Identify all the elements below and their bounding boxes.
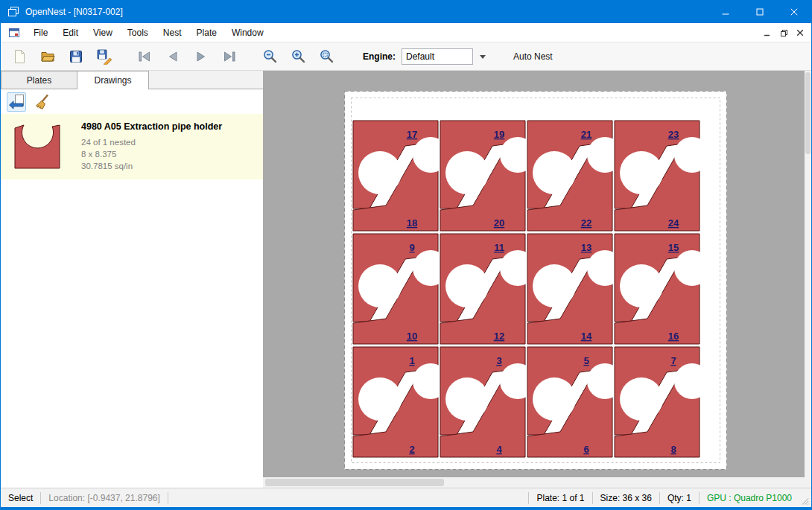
open-button[interactable] [37,45,59,68]
part-number: 14 [581,331,592,342]
zoom-window-icon [319,48,334,64]
minimize-button[interactable] [708,1,743,23]
window-title: OpenNest - [N0317-002] [25,7,123,17]
zoom-in-icon [291,48,306,64]
tab-plates[interactable]: Plates [1,71,77,89]
mdi-restore-button[interactable] [775,25,792,40]
part-number: 9 [409,242,414,253]
resize-grip[interactable] [799,488,811,508]
part-number: 4 [496,444,502,455]
tab-drawings[interactable]: Drawings [77,71,149,90]
window-controls [708,1,811,23]
drawings-list: 4980 A05 Extraction pipe holder 24 of 1 … [1,114,263,488]
menu-tools[interactable]: Tools [120,23,156,42]
chevron-down-icon[interactable] [477,51,489,63]
vertical-scrollbar-thumb[interactable] [805,72,811,154]
mdi-window-controls [759,23,808,42]
save-icon [69,49,83,64]
status-mode: Select [1,492,41,504]
zoom-in-button[interactable] [287,45,309,68]
status-size: Size: 36 x 36 [592,492,659,504]
resize-grip-icon [802,497,809,506]
part-number: 16 [668,331,679,342]
zoom-window-button[interactable] [315,45,337,68]
replace-drawing-button[interactable] [7,92,26,112]
menu-file[interactable]: File [26,23,55,42]
horizontal-scrollbar[interactable] [263,477,805,488]
clean-broom-icon [33,93,51,111]
part-cutout [533,377,576,421]
part-cutout [674,137,710,173]
nest-canvas[interactable]: 171819202122232491011121314151612345678 [263,71,811,488]
plate-sheet-svg[interactable]: 171819202122232491011121314151612345678 [344,91,727,470]
save-as-button[interactable] [93,45,115,68]
vertical-scrollbar[interactable] [805,71,811,477]
save-button[interactable] [65,45,87,68]
replace-drawing-icon [7,93,25,111]
part-cutout [533,264,576,307]
menu-window[interactable]: Window [224,23,271,42]
close-icon [796,29,804,36]
part-number: 11 [494,242,504,253]
restore-icon [780,29,788,37]
nav-first-button[interactable] [133,45,156,68]
clean-button[interactable] [32,92,51,112]
horizontal-scrollbar-thumb[interactable] [265,479,444,486]
status-qty: Qty: 1 [659,492,699,504]
engine-selected-value: Default [406,51,434,62]
nav-tool-group [133,45,241,68]
mdi-minimize-button[interactable] [759,25,775,40]
part-number: 1 [409,355,414,366]
menu-plate[interactable]: Plate [189,23,224,42]
app-icon [7,6,19,18]
part-cutout [445,151,489,194]
minimize-icon [722,8,729,16]
part-number: 13 [581,242,591,253]
nav-first-icon [136,48,153,65]
nav-next-icon [193,48,209,65]
main-area: Plates Drawings [1,71,811,488]
nav-prev-button[interactable] [162,45,184,68]
mdi-close-button[interactable] [792,25,808,40]
drawing-info: 4980 A05 Extraction pipe holder 24 of 1 … [81,121,222,172]
menu-nest[interactable]: Nest [156,23,189,42]
part-number: 7 [670,355,676,366]
maximize-button[interactable] [743,1,777,23]
part-cutout [620,377,663,421]
zoom-tool-group [258,45,337,68]
drawing-list-item[interactable]: 4980 A05 Extraction pipe holder 24 of 1 … [1,114,263,179]
close-button[interactable] [777,1,811,23]
nest-pair: 910 [353,234,448,344]
part-number: 22 [581,217,591,229]
new-file-icon [12,49,27,64]
part-number: 23 [668,129,679,140]
part-number: 18 [407,217,417,229]
zoom-out-button[interactable] [258,45,281,68]
left-panel: Plates Drawings [1,71,263,488]
status-plate: Plate: 1 of 1 [528,492,591,504]
nav-last-button[interactable] [218,45,241,68]
scrollbar-corner [805,477,811,488]
auto-nest-button[interactable]: Auto Nest [507,48,559,65]
nav-prev-icon [165,48,181,65]
maximize-icon [756,8,764,16]
nest-pair: 78 [615,347,710,457]
menu-view[interactable]: View [86,23,120,42]
part-number: 2 [409,444,414,455]
new-button[interactable] [8,45,31,68]
drawing-title: 4980 A05 Extraction pipe holder [81,121,222,132]
toolbar: Engine: Default Auto Nest [1,42,811,71]
menu-edit[interactable]: Edit [55,23,86,42]
part-cutout [445,264,489,307]
file-tool-group [8,45,115,68]
drawing-nested-count: 24 of 1 nested [81,136,222,148]
engine-select[interactable]: Default [402,48,473,65]
app-window: OpenNest - [N0317-002] File Edit View To… [0,0,812,510]
part-number: 21 [581,129,591,140]
part-number: 19 [494,129,504,140]
plate[interactable]: 171819202122232491011121314151612345678 [344,91,727,470]
status-bar: Select Location: [-0.9437, 21.8796] Plat… [1,488,811,507]
nav-next-button[interactable] [190,45,212,68]
engine-label: Engine: [363,51,396,62]
part-cutout [445,377,489,421]
